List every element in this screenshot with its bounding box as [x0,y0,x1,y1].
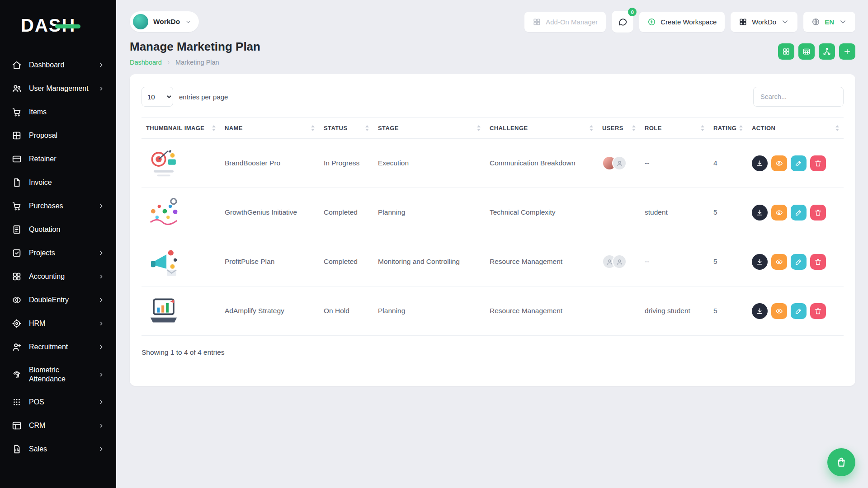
row-actions [752,155,839,171]
edit-button[interactable] [791,205,807,221]
plan-status: On Hold [324,307,349,314]
sidebar-item-pos[interactable]: POS [6,390,110,414]
thumbnail-image [146,195,181,230]
sort-icon[interactable] [632,125,636,131]
plus-circle-icon [647,18,656,26]
sidebar-item-invoice[interactable]: Invoice [6,171,110,194]
workspace-dropdown[interactable]: WorkDo [731,12,797,32]
plan-name: ProfitPulse Plan [225,258,274,265]
create-workspace-button[interactable]: Create Workspace [639,12,725,32]
export-button[interactable] [752,155,768,171]
sidebar-item-projects[interactable]: Projects [6,241,110,265]
create-workspace-label: Create Workspace [660,18,717,26]
sidebar-item-crm[interactable]: CRM [6,414,110,437]
sidebar-item-icon [12,370,22,380]
addon-manager-button[interactable]: Add-On Manager [524,12,606,32]
sort-icon[interactable] [835,125,839,131]
sidebar-item-label: Recruitment [29,343,91,352]
sort-icon[interactable] [590,125,593,131]
delete-button[interactable] [810,254,826,270]
thumbnail-image [146,293,181,328]
sidebar-item-biometric-attendance[interactable]: Biometric Attendance [6,359,110,390]
view-button[interactable] [771,205,787,221]
user-avatars [602,205,636,220]
sort-icon[interactable] [212,125,216,131]
sidebar-item-purchases[interactable]: Purchases [6,194,110,218]
sort-icon[interactable] [477,125,481,131]
page-title: Manage Marketing Plan [130,40,260,54]
trash-icon [814,160,822,167]
sidebar-item-label: CRM [29,421,91,430]
sidebar-item-label: Proposal [29,131,91,140]
column-header-name[interactable]: NAME [220,118,319,139]
sidebar-item-accounting[interactable]: Accounting [6,265,110,288]
column-header-rating[interactable]: RATING [709,118,747,139]
breadcrumb-dashboard-link[interactable]: Dashboard [130,59,162,66]
plan-status: Completed [324,208,358,216]
language-selector[interactable]: EN [803,12,855,32]
delete-button[interactable] [810,155,826,171]
edit-button[interactable] [791,303,807,319]
hierarchy-view-button[interactable] [819,43,835,60]
entries-per-page-select[interactable]: 10 [142,87,173,107]
pencil-icon [795,160,802,167]
sidebar-item-label: User Management [29,84,91,93]
sidebar-item-user-management[interactable]: User Management [6,77,110,100]
delete-button[interactable] [810,205,826,221]
shop-fab-button[interactable] [827,448,855,476]
column-label: ROLE [645,125,662,131]
sidebar-item-sales[interactable]: Sales [6,437,110,461]
export-button[interactable] [752,205,768,221]
sidebar-item-icon [12,178,22,188]
column-header-stage[interactable]: STAGE [373,118,485,139]
delete-button[interactable] [810,303,826,319]
column-label: STATUS [324,125,347,131]
edit-button[interactable] [791,254,807,270]
sidebar-item-quotation[interactable]: Quotation [6,218,110,241]
column-header-users[interactable]: USERS [598,118,640,139]
plan-challenge: Communication Breakdown [490,159,576,167]
chevron-right-icon [98,297,104,303]
sidebar-item-doubleentry[interactable]: DoubleEntry [6,288,110,312]
column-header-challenge[interactable]: CHALLENGE [485,118,598,139]
sidebar-item-items[interactable]: Items [6,100,110,124]
table-view-button[interactable] [798,43,815,60]
plan-name: AdAmplify Strategy [225,307,284,314]
view-button[interactable] [771,155,787,171]
column-header-thumbnail-image[interactable]: THUMBNAIL IMAGE [142,118,220,139]
column-header-status[interactable]: STATUS [319,118,373,139]
pencil-icon [795,209,802,216]
sort-icon[interactable] [739,125,743,131]
column-label: USERS [602,125,623,131]
export-button[interactable] [752,303,768,319]
sort-icon[interactable] [311,125,315,131]
sidebar-item-dashboard[interactable]: Dashboard [6,53,110,77]
plan-name: BrandBooster Pro [225,159,280,167]
sort-icon[interactable] [701,125,704,131]
messages-button[interactable]: 0 [612,11,633,33]
sidebar-item-hrm[interactable]: HRM [6,312,110,335]
workspace-switcher[interactable]: WorkDo [130,11,199,32]
user-avatar [612,254,627,269]
sidebar-item-retainer[interactable]: Retainer [6,147,110,171]
edit-button[interactable] [791,155,807,171]
view-button[interactable] [771,303,787,319]
search-input[interactable] [753,87,844,107]
view-button[interactable] [771,254,787,270]
sidebar-item-label: DoubleEntry [29,296,91,305]
breadcrumb: Dashboard Marketing Plan [130,59,260,66]
apps-view-button[interactable] [778,43,794,60]
sidebar-item-recruitment[interactable]: Recruitment [6,335,110,359]
sidebar-item-label: Quotation [29,225,91,234]
plan-challenge: Resource Management [490,258,562,265]
column-header-role[interactable]: ROLE [640,118,709,139]
export-button[interactable] [752,254,768,270]
grid-icon [782,47,790,56]
sort-icon[interactable] [365,125,369,131]
add-plan-button[interactable] [839,43,855,60]
plan-role: -- [645,159,649,167]
sidebar-item-proposal[interactable]: Proposal [6,124,110,147]
sidebar-item-icon [12,397,22,407]
app-logo[interactable]: DASH [0,0,116,51]
column-header-action[interactable]: ACTION [747,118,844,139]
